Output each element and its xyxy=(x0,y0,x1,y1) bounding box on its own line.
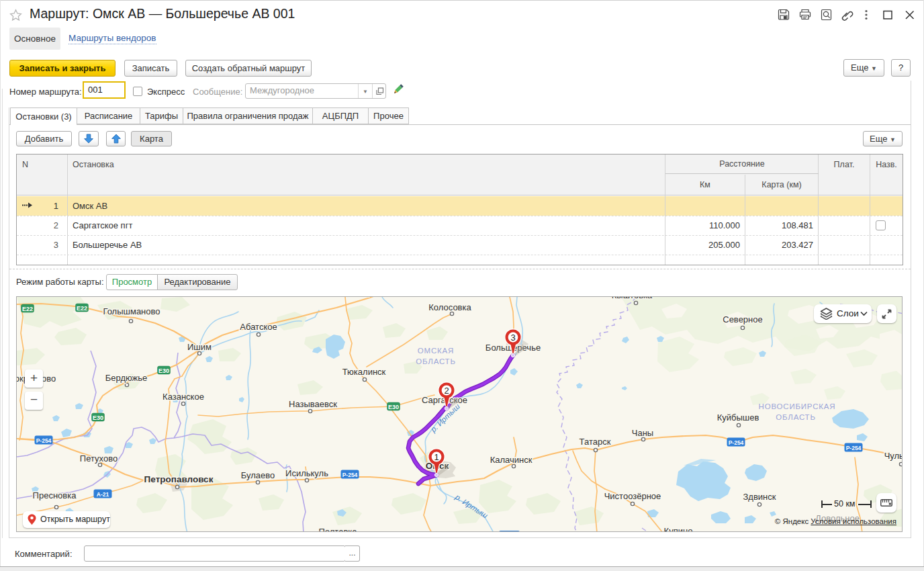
svg-text:Р-254: Р-254 xyxy=(342,472,358,478)
svg-text:Полтавка: Полтавка xyxy=(318,527,357,532)
svg-text:Называевск: Называевск xyxy=(289,399,337,409)
svg-text:E22: E22 xyxy=(77,305,87,312)
svg-text:E22: E22 xyxy=(22,306,33,312)
svg-text:Булаево: Булаево xyxy=(241,470,275,480)
svg-text:Колосовка: Колосовка xyxy=(428,302,471,312)
svg-text:3: 3 xyxy=(510,333,515,343)
svg-text:Петропавловск: Петропавловск xyxy=(144,474,214,484)
svg-text:2: 2 xyxy=(444,386,449,396)
svg-text:Р-254: Р-254 xyxy=(846,445,862,451)
svg-text:ОМСКАЯ: ОМСКАЯ xyxy=(418,347,454,355)
svg-text:Чаны: Чаны xyxy=(632,428,653,438)
svg-text:НОВОСИБИРСКАЯ: НОВОСИБИРСКАЯ xyxy=(759,402,836,410)
svg-text:Р-254: Р-254 xyxy=(36,437,52,444)
svg-text:А-21: А-21 xyxy=(97,491,109,498)
svg-text:Чулым: Чулым xyxy=(884,451,903,461)
svg-text:Пресновка: Пресновка xyxy=(33,490,77,500)
svg-text:Тюкалинск: Тюкалинск xyxy=(342,367,386,377)
svg-text:Казанское: Казанское xyxy=(163,392,204,402)
svg-text:ОБЛАСТЬ: ОБЛАСТЬ xyxy=(776,413,816,421)
svg-text:Петухово: Петухово xyxy=(80,453,118,464)
svg-text:Северное: Северное xyxy=(723,314,762,324)
svg-text:Бердюжье: Бердюжье xyxy=(105,373,148,383)
svg-text:E30: E30 xyxy=(158,367,169,374)
svg-text:Ишим: Ишим xyxy=(187,342,212,352)
svg-text:Кыштовка: Кыштовка xyxy=(612,297,653,300)
svg-text:Татарск: Татарск xyxy=(580,437,611,447)
svg-text:Исилькуль: Исилькуль xyxy=(285,468,328,478)
svg-text:Голышманово: Голышманово xyxy=(103,306,160,316)
svg-text:Калачинск: Калачинск xyxy=(490,455,533,465)
svg-text:Р-254: Р-254 xyxy=(729,439,744,446)
svg-text:Купино: Купино xyxy=(664,526,693,532)
svg-text:Чистоозёрное: Чистоозёрное xyxy=(604,491,661,501)
svg-text:E30: E30 xyxy=(93,414,103,421)
svg-text:Куйбышев: Куйбышев xyxy=(717,412,759,423)
svg-text:1: 1 xyxy=(434,452,438,462)
svg-text:Здвинск: Здвинск xyxy=(743,492,776,502)
svg-text:E30: E30 xyxy=(388,404,399,410)
svg-text:Абатское: Абатское xyxy=(240,322,277,332)
svg-text:ОБЛАСТЬ: ОБЛАСТЬ xyxy=(416,357,456,365)
